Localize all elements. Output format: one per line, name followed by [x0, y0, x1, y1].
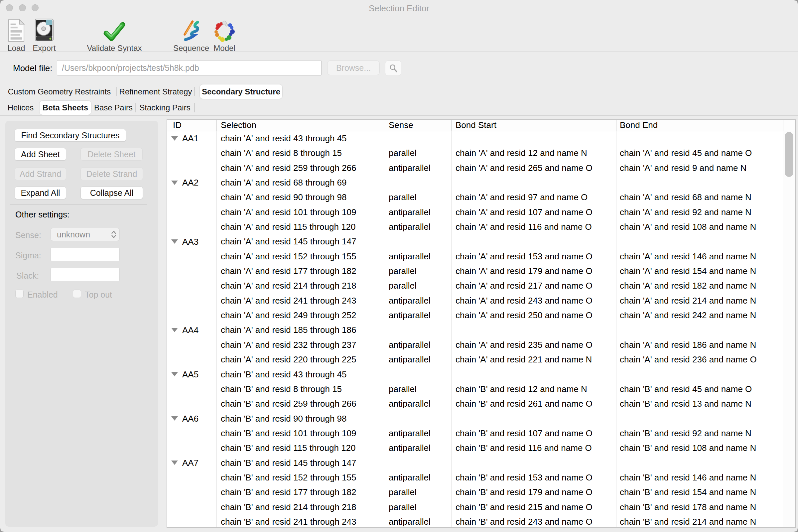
cell-sense: parallel — [384, 190, 452, 205]
table-row[interactable]: AA1chain 'A' and resid 43 through 45 — [167, 131, 783, 146]
validate-syntax-button[interactable]: Validate Syntax — [83, 16, 146, 53]
table-row[interactable]: chain 'A' and resid 8 through 15parallel… — [167, 146, 783, 160]
cell-id — [167, 338, 217, 352]
beta-sheets-control-panel: Find Secondary Structures Add Sheet Dele… — [5, 121, 158, 527]
vertical-scrollbar[interactable] — [783, 131, 795, 527]
cell-selection: chain 'A' and resid 177 through 182 — [217, 264, 384, 278]
table-row[interactable]: chain 'A' and resid 232 through 237antip… — [167, 338, 783, 352]
cell-bond_end: chain 'A' and resid 68 and name N — [616, 190, 783, 205]
search-file-button[interactable] — [385, 60, 401, 76]
tab-refinement-strategy[interactable]: Refinement Strategy — [117, 84, 194, 99]
table-row[interactable]: AA6chain 'B' and resid 90 through 98 — [167, 411, 783, 426]
table-row[interactable]: AA3chain 'A' and resid 145 through 147 — [167, 234, 783, 249]
disclosure-triangle-icon[interactable] — [171, 460, 178, 465]
subtab-beta-sheets[interactable]: Beta Sheets — [40, 101, 91, 115]
cell-sense — [384, 234, 452, 249]
table-row[interactable]: chain 'B' and resid 259 through 266antip… — [167, 396, 783, 411]
model-button[interactable]: Model — [210, 16, 239, 53]
table-row[interactable]: chain 'A' and resid 249 through 252antip… — [167, 308, 783, 323]
disclosure-triangle-icon[interactable] — [171, 372, 178, 376]
cell-id — [167, 308, 217, 323]
sigma-input[interactable] — [51, 248, 120, 261]
table-row[interactable]: chain 'B' and resid 214 through 218paral… — [167, 500, 783, 514]
table-row[interactable]: chain 'B' and resid 152 through 155antip… — [167, 470, 783, 485]
expand-all-button[interactable]: Expand All — [15, 187, 66, 199]
column-header-bond-start[interactable]: Bond Start — [452, 120, 616, 131]
sub-tab-bar: Helices Beta Sheets Base Pairs Stacking … — [0, 101, 798, 115]
table-row[interactable]: chain 'A' and resid 220 through 225antip… — [167, 352, 783, 367]
table-row[interactable]: chain 'B' and resid 241 through 243antip… — [167, 514, 783, 527]
table-row[interactable]: chain 'B' and resid 101 through 109antip… — [167, 426, 783, 440]
tab-custom-geometry-restraints[interactable]: Custom Geometry Restraints — [2, 84, 116, 99]
sheet-id: AA2 — [182, 175, 198, 190]
cell-sense — [384, 175, 452, 190]
browse-button[interactable]: Browse... — [327, 60, 380, 75]
top-out-checkbox[interactable] — [73, 290, 81, 298]
cell-bond_end: chain 'B' and resid 92 and name N — [616, 426, 783, 440]
table-row[interactable]: AA7chain 'B' and resid 145 through 147 — [167, 456, 783, 470]
find-secondary-structures-button[interactable]: Find Secondary Structures — [15, 129, 126, 141]
cell-id — [167, 160, 217, 175]
table-row[interactable]: chain 'A' and resid 152 through 155antip… — [167, 249, 783, 264]
tab-secondary-structure[interactable]: Secondary Structure — [200, 84, 282, 99]
cell-sense: parallel — [384, 382, 452, 396]
disclosure-triangle-icon[interactable] — [171, 240, 178, 244]
table-row[interactable]: AA4chain 'A' and resid 185 through 186 — [167, 323, 783, 337]
cell-id — [167, 500, 217, 514]
export-button[interactable]: Export — [31, 16, 58, 53]
cell-sense: antiparallel — [384, 220, 452, 234]
subtab-stacking-pairs[interactable]: Stacking Pairs — [136, 101, 194, 115]
cell-bond_end: chain 'B' and resid 178 and name N — [616, 500, 783, 514]
cell-sense: antiparallel — [384, 470, 452, 485]
toolbar-separator — [0, 51, 798, 52]
table-row[interactable]: AA2chain 'A' and resid 68 through 69 — [167, 175, 783, 190]
subtab-base-pairs[interactable]: Base Pairs — [92, 101, 135, 115]
disclosure-triangle-icon[interactable] — [171, 136, 178, 141]
scrollbar-thumb[interactable] — [785, 132, 793, 177]
table-row[interactable]: chain 'A' and resid 101 through 109antip… — [167, 205, 783, 220]
collapse-all-button[interactable]: Collapse All — [80, 187, 143, 199]
disclosure-triangle-icon[interactable] — [171, 180, 178, 185]
table-row[interactable]: chain 'B' and resid 115 through 120antip… — [167, 440, 783, 455]
column-header-bond-end[interactable]: Bond End — [616, 120, 783, 131]
cell-bond_start: chain 'A' and resid 97 and name O — [452, 190, 616, 205]
table-row[interactable]: chain 'B' and resid 8 through 15parallel… — [167, 382, 783, 396]
cell-bond_end — [616, 131, 783, 146]
delete-sheet-button: Delete Sheet — [80, 148, 142, 160]
table-row[interactable]: chain 'A' and resid 241 through 243antip… — [167, 293, 783, 308]
table-row[interactable]: chain 'A' and resid 214 through 218paral… — [167, 278, 783, 293]
table-row[interactable]: chain 'A' and resid 90 through 98paralle… — [167, 190, 783, 205]
cell-bond_start — [452, 234, 616, 249]
disclosure-triangle-icon[interactable] — [171, 416, 178, 421]
sheet-id: AA1 — [182, 131, 198, 146]
table-row[interactable]: AA5chain 'B' and resid 43 through 45 — [167, 367, 783, 382]
subtab-helices[interactable]: Helices — [2, 101, 39, 115]
slack-input[interactable] — [51, 268, 120, 281]
cell-id: AA4 — [167, 323, 217, 337]
disclosure-triangle-icon[interactable] — [171, 328, 178, 332]
add-sheet-button[interactable]: Add Sheet — [15, 148, 66, 160]
sense-dropdown[interactable]: unknown — [51, 228, 120, 241]
table-row[interactable]: chain 'B' and resid 177 through 182paral… — [167, 485, 783, 499]
cell-bond_start: chain 'A' and resid 265 and name O — [452, 160, 616, 175]
table-row[interactable]: chain 'A' and resid 115 through 120antip… — [167, 220, 783, 234]
sheet-id: AA7 — [182, 456, 198, 470]
table-row[interactable]: chain 'A' and resid 177 through 182paral… — [167, 264, 783, 278]
column-header-id[interactable]: ID — [167, 120, 217, 131]
cell-id: AA7 — [167, 456, 217, 470]
column-header-selection[interactable]: Selection — [217, 120, 384, 131]
table-row[interactable]: chain 'A' and resid 259 through 266antip… — [167, 160, 783, 175]
load-button[interactable]: Load — [4, 16, 29, 53]
sequence-button[interactable]: Sequence — [172, 16, 210, 53]
cell-bond_start: chain 'A' and resid 179 and name O — [452, 264, 616, 278]
cell-sense: parallel — [384, 146, 452, 160]
cell-bond_end: chain 'A' and resid 186 and name N — [616, 338, 783, 352]
title-bar: Selection Editor — [0, 0, 798, 16]
column-header-sense[interactable]: Sense — [384, 120, 452, 131]
cell-sense: parallel — [384, 264, 452, 278]
enabled-checkbox[interactable] — [15, 290, 24, 298]
model-file-input[interactable] — [57, 60, 322, 75]
cell-bond_start — [452, 323, 616, 337]
cell-sense — [384, 323, 452, 337]
cell-id — [167, 426, 217, 440]
